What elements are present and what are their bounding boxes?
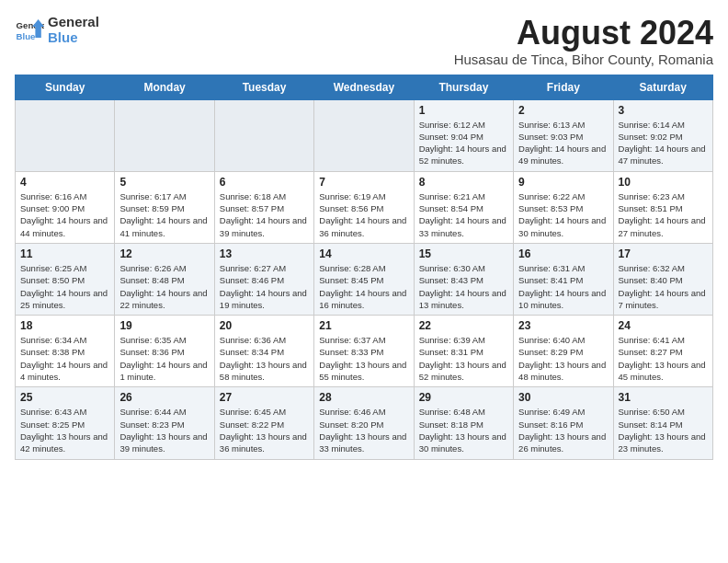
- day-number: 19: [119, 319, 209, 332]
- day-detail: Sunrise: 6:41 AM Sunset: 8:27 PM Dayligh…: [619, 334, 708, 383]
- calendar-day-cell: 15Sunrise: 6:30 AM Sunset: 8:43 PM Dayli…: [414, 243, 513, 315]
- day-detail: Sunrise: 6:23 AM Sunset: 8:51 PM Dayligh…: [619, 190, 708, 239]
- day-detail: Sunrise: 6:18 AM Sunset: 8:57 PM Dayligh…: [220, 190, 309, 239]
- month-year-title: August 2024: [454, 15, 713, 52]
- calendar-week-row: 25Sunrise: 6:43 AM Sunset: 8:25 PM Dayli…: [16, 387, 713, 459]
- calendar-day-cell: 17Sunrise: 6:32 AM Sunset: 8:40 PM Dayli…: [613, 243, 712, 315]
- day-number: 20: [220, 319, 309, 332]
- calendar-day-cell: 16Sunrise: 6:31 AM Sunset: 8:41 PM Dayli…: [514, 243, 613, 315]
- calendar-header-row: SundayMondayTuesdayWednesdayThursdayFrid…: [16, 75, 713, 99]
- day-detail: Sunrise: 6:12 AM Sunset: 9:04 PM Dayligh…: [419, 119, 508, 167]
- day-number: 17: [619, 247, 708, 260]
- logo-icon: General Blue: [15, 16, 44, 45]
- day-detail: Sunrise: 6:32 AM Sunset: 8:40 PM Dayligh…: [619, 262, 708, 311]
- calendar-day-cell: [16, 99, 115, 171]
- day-detail: Sunrise: 6:25 AM Sunset: 8:50 PM Dayligh…: [20, 262, 109, 311]
- calendar-week-row: 11Sunrise: 6:25 AM Sunset: 8:50 PM Dayli…: [16, 243, 713, 315]
- calendar-column-header: Wednesday: [314, 75, 414, 99]
- calendar-day-cell: 19Sunrise: 6:35 AM Sunset: 8:36 PM Dayli…: [115, 316, 214, 387]
- day-number: 3: [619, 104, 708, 117]
- day-number: 29: [419, 391, 508, 404]
- calendar-day-cell: 4Sunrise: 6:16 AM Sunset: 9:00 PM Daylig…: [16, 171, 115, 243]
- day-detail: Sunrise: 6:43 AM Sunset: 8:25 PM Dayligh…: [20, 406, 109, 454]
- location-subtitle: Husasau de Tinca, Bihor County, Romania: [454, 52, 713, 67]
- day-number: 22: [419, 319, 508, 332]
- calendar-day-cell: 24Sunrise: 6:41 AM Sunset: 8:27 PM Dayli…: [613, 316, 712, 387]
- day-detail: Sunrise: 6:45 AM Sunset: 8:22 PM Dayligh…: [220, 406, 309, 454]
- day-detail: Sunrise: 6:31 AM Sunset: 8:41 PM Dayligh…: [518, 262, 608, 311]
- day-detail: Sunrise: 6:13 AM Sunset: 9:03 PM Dayligh…: [518, 119, 608, 167]
- calendar-day-cell: [314, 99, 414, 171]
- calendar-body: 1Sunrise: 6:12 AM Sunset: 9:04 PM Daylig…: [16, 99, 713, 459]
- calendar-day-cell: 27Sunrise: 6:45 AM Sunset: 8:22 PM Dayli…: [214, 387, 313, 459]
- day-detail: Sunrise: 6:48 AM Sunset: 8:18 PM Dayligh…: [419, 406, 508, 454]
- calendar-day-cell: 12Sunrise: 6:26 AM Sunset: 8:48 PM Dayli…: [115, 243, 214, 315]
- calendar-column-header: Tuesday: [214, 75, 313, 99]
- logo: General Blue General Blue: [15, 15, 99, 45]
- calendar-day-cell: 2Sunrise: 6:13 AM Sunset: 9:03 PM Daylig…: [514, 99, 613, 171]
- day-detail: Sunrise: 6:35 AM Sunset: 8:36 PM Dayligh…: [119, 334, 209, 383]
- calendar-day-cell: 22Sunrise: 6:39 AM Sunset: 8:31 PM Dayli…: [414, 316, 513, 387]
- day-number: 10: [619, 176, 708, 189]
- calendar-day-cell: 20Sunrise: 6:36 AM Sunset: 8:34 PM Dayli…: [214, 316, 313, 387]
- calendar-day-cell: 10Sunrise: 6:23 AM Sunset: 8:51 PM Dayli…: [613, 171, 712, 243]
- page-header: General Blue General Blue August 2024 Hu…: [15, 15, 713, 67]
- day-detail: Sunrise: 6:22 AM Sunset: 8:53 PM Dayligh…: [518, 190, 608, 239]
- calendar-day-cell: 26Sunrise: 6:44 AM Sunset: 8:23 PM Dayli…: [115, 387, 214, 459]
- logo-blue-text: Blue: [48, 30, 99, 46]
- calendar-column-header: Thursday: [414, 75, 513, 99]
- calendar-day-cell: 30Sunrise: 6:49 AM Sunset: 8:16 PM Dayli…: [514, 387, 613, 459]
- svg-text:Blue: Blue: [17, 30, 36, 40]
- day-number: 21: [319, 319, 408, 332]
- calendar-day-cell: 9Sunrise: 6:22 AM Sunset: 8:53 PM Daylig…: [514, 171, 613, 243]
- day-number: 1: [419, 104, 508, 117]
- calendar-day-cell: 31Sunrise: 6:50 AM Sunset: 8:14 PM Dayli…: [613, 387, 712, 459]
- day-detail: Sunrise: 6:36 AM Sunset: 8:34 PM Dayligh…: [220, 334, 309, 383]
- calendar-column-header: Monday: [115, 75, 214, 99]
- day-detail: Sunrise: 6:40 AM Sunset: 8:29 PM Dayligh…: [518, 334, 608, 383]
- calendar-day-cell: 5Sunrise: 6:17 AM Sunset: 8:59 PM Daylig…: [115, 171, 214, 243]
- day-number: 4: [20, 176, 109, 189]
- calendar-day-cell: 11Sunrise: 6:25 AM Sunset: 8:50 PM Dayli…: [16, 243, 115, 315]
- day-number: 26: [119, 391, 209, 404]
- calendar-day-cell: 1Sunrise: 6:12 AM Sunset: 9:04 PM Daylig…: [414, 99, 513, 171]
- day-detail: Sunrise: 6:27 AM Sunset: 8:46 PM Dayligh…: [220, 262, 309, 311]
- calendar-day-cell: 14Sunrise: 6:28 AM Sunset: 8:45 PM Dayli…: [314, 243, 414, 315]
- day-number: 25: [20, 391, 109, 404]
- day-detail: Sunrise: 6:37 AM Sunset: 8:33 PM Dayligh…: [319, 334, 408, 383]
- calendar-day-cell: 13Sunrise: 6:27 AM Sunset: 8:46 PM Dayli…: [214, 243, 313, 315]
- day-detail: Sunrise: 6:46 AM Sunset: 8:20 PM Dayligh…: [319, 406, 408, 454]
- day-number: 16: [518, 247, 608, 260]
- day-number: 12: [119, 247, 209, 260]
- day-number: 13: [220, 247, 309, 260]
- day-detail: Sunrise: 6:21 AM Sunset: 8:54 PM Dayligh…: [419, 190, 508, 239]
- day-number: 15: [419, 247, 508, 260]
- day-number: 9: [518, 176, 608, 189]
- day-detail: Sunrise: 6:44 AM Sunset: 8:23 PM Dayligh…: [119, 406, 209, 454]
- calendar-column-header: Sunday: [16, 75, 115, 99]
- day-detail: Sunrise: 6:39 AM Sunset: 8:31 PM Dayligh…: [419, 334, 508, 383]
- logo-general-text: General: [48, 15, 99, 30]
- day-detail: Sunrise: 6:50 AM Sunset: 8:14 PM Dayligh…: [619, 406, 708, 454]
- day-detail: Sunrise: 6:14 AM Sunset: 9:02 PM Dayligh…: [619, 119, 708, 167]
- day-number: 2: [518, 104, 608, 117]
- day-detail: Sunrise: 6:19 AM Sunset: 8:56 PM Dayligh…: [319, 190, 408, 239]
- calendar-day-cell: [214, 99, 313, 171]
- day-detail: Sunrise: 6:16 AM Sunset: 9:00 PM Dayligh…: [20, 190, 109, 239]
- day-number: 7: [319, 176, 408, 189]
- calendar-day-cell: 18Sunrise: 6:34 AM Sunset: 8:38 PM Dayli…: [16, 316, 115, 387]
- day-number: 28: [319, 391, 408, 404]
- calendar-column-header: Friday: [514, 75, 613, 99]
- day-number: 23: [518, 319, 608, 332]
- day-number: 30: [518, 391, 608, 404]
- day-number: 8: [419, 176, 508, 189]
- calendar-day-cell: 25Sunrise: 6:43 AM Sunset: 8:25 PM Dayli…: [16, 387, 115, 459]
- calendar-week-row: 1Sunrise: 6:12 AM Sunset: 9:04 PM Daylig…: [16, 99, 713, 171]
- calendar-day-cell: 21Sunrise: 6:37 AM Sunset: 8:33 PM Dayli…: [314, 316, 414, 387]
- day-number: 6: [220, 176, 309, 189]
- calendar-table: SundayMondayTuesdayWednesdayThursdayFrid…: [15, 75, 713, 460]
- day-number: 18: [20, 319, 109, 332]
- day-detail: Sunrise: 6:34 AM Sunset: 8:38 PM Dayligh…: [20, 334, 109, 383]
- calendar-day-cell: 29Sunrise: 6:48 AM Sunset: 8:18 PM Dayli…: [414, 387, 513, 459]
- calendar-day-cell: 28Sunrise: 6:46 AM Sunset: 8:20 PM Dayli…: [314, 387, 414, 459]
